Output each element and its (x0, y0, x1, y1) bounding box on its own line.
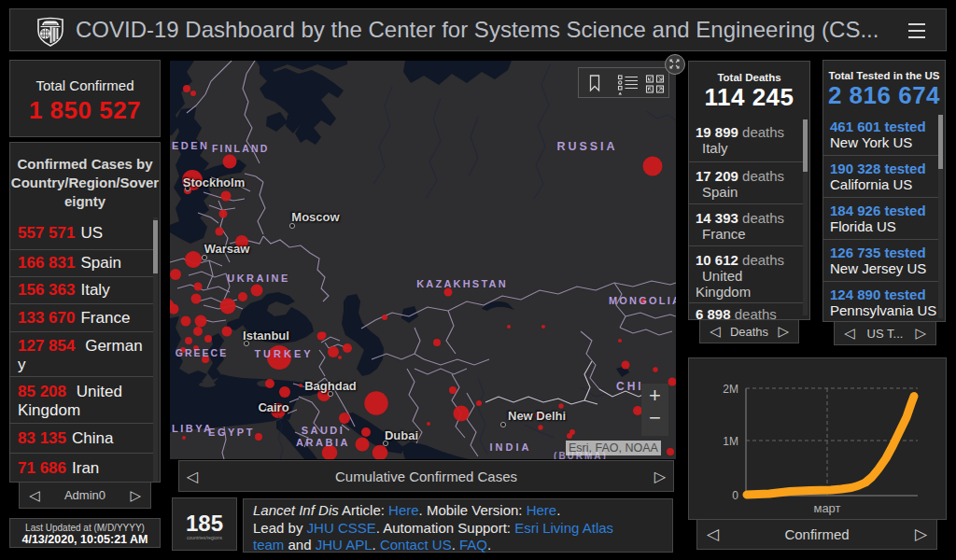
svg-text:SAUDI: SAUDI (302, 425, 345, 436)
svg-text:KAZAKHSTAN: KAZAKHSTAN (416, 278, 508, 289)
svg-text:ARABIA: ARABIA (296, 437, 350, 448)
svg-text:New Delhi: New Delhi (508, 409, 566, 423)
svg-text:Cairo: Cairo (258, 400, 288, 414)
svg-text:FINLAND: FINLAND (212, 143, 269, 154)
svg-text:Moscow: Moscow (291, 210, 340, 224)
svg-text:Istanbul: Istanbul (243, 329, 289, 343)
svg-text:RUSSIA: RUSSIA (556, 140, 617, 153)
svg-text:Dubai: Dubai (385, 428, 418, 442)
svg-text:Warsaw: Warsaw (204, 242, 251, 256)
svg-text:0: 0 (732, 489, 738, 502)
svg-text:INDIA: INDIA (490, 441, 532, 453)
svg-text:UKRAINE: UKRAINE (227, 273, 290, 284)
svg-text:GREECE: GREECE (176, 347, 228, 358)
svg-text:март: март (813, 501, 840, 515)
svg-text:TURKEY: TURKEY (254, 348, 313, 359)
svg-text:CHI: CHI (616, 380, 644, 393)
svg-text:LIBYA: LIBYA (172, 423, 214, 434)
svg-text:EGYPT: EGYPT (208, 427, 255, 438)
svg-text:EDEN: EDEN (172, 140, 210, 151)
svg-text:MONGOLIA: MONGOLIA (609, 295, 676, 306)
svg-text:Baghdad: Baghdad (304, 379, 357, 393)
svg-text:Stockholm: Stockholm (183, 175, 245, 189)
svg-text:2M: 2M (723, 383, 738, 396)
svg-text:1M: 1M (723, 435, 738, 448)
